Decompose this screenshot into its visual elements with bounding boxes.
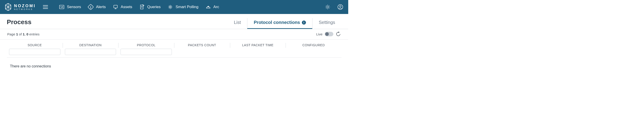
- col-configured: CONFIGURED: [286, 41, 342, 55]
- sub-row: Page 1 of 1, 0 entries Live: [0, 29, 348, 40]
- table-header: SOURCE DESTINATION PROTOCOL PACKETS COUN…: [7, 41, 342, 57]
- col-protocol: PROTOCOL: [118, 41, 174, 55]
- col-packets-label: PACKETS COUNT: [176, 43, 228, 49]
- live-toggle[interactable]: [325, 32, 333, 36]
- nav-arc-label: Arc: [214, 5, 219, 9]
- svg-point-12: [327, 6, 328, 8]
- svg-point-14: [340, 6, 341, 7]
- col-destination-label: DESTINATION: [65, 43, 116, 49]
- nav-assets[interactable]: Assets: [112, 3, 133, 11]
- col-destination: DESTINATION: [63, 41, 118, 55]
- info-icon[interactable]: i: [302, 20, 306, 25]
- svg-rect-0: [60, 5, 64, 9]
- table: SOURCE DESTINATION PROTOCOL PACKETS COUN…: [0, 40, 348, 77]
- user-button[interactable]: [336, 3, 344, 11]
- brand-logo[interactable]: NOZOMI NETWORKS: [4, 3, 36, 11]
- alerts-icon: [88, 4, 94, 10]
- tab-list[interactable]: List: [228, 18, 247, 29]
- sensors-icon: [59, 4, 65, 10]
- arc-icon: [205, 4, 211, 10]
- empty-state-message: There are no connections: [7, 57, 342, 71]
- col-protocol-label: PROTOCOL: [120, 43, 172, 49]
- filter-destination-input[interactable]: [65, 49, 116, 55]
- tab-settings-label: Settings: [319, 20, 335, 25]
- refresh-icon[interactable]: [336, 31, 341, 37]
- nav-smart-polling-label: Smart Polling: [176, 5, 198, 9]
- col-source-label: SOURCE: [9, 43, 60, 49]
- nav-smart-polling[interactable]: Smart Polling: [166, 3, 199, 11]
- nav-alerts[interactable]: Alerts: [87, 3, 106, 11]
- col-lastpkt-label: LAST PACKET TIME: [232, 43, 284, 49]
- svg-point-9: [170, 6, 171, 8]
- settings-button[interactable]: [324, 3, 332, 11]
- nav-alerts-label: Alerts: [96, 5, 106, 9]
- gear-icon: [325, 4, 330, 10]
- col-source: SOURCE: [7, 41, 63, 55]
- brand-subname: NETWORKS: [14, 8, 36, 10]
- tabs: List Protocol connections i Settings: [228, 18, 342, 29]
- page-header: Process List Protocol connections i Sett…: [0, 14, 348, 29]
- col-packets-count: PACKETS COUNT: [174, 41, 230, 55]
- top-nav: NOZOMI NETWORKS Sensors Alerts Assets: [0, 0, 348, 14]
- nav-arc[interactable]: Arc: [204, 3, 220, 11]
- tab-proto-label: Protocol connections: [254, 20, 300, 25]
- nav-queries[interactable]: Queries: [138, 3, 162, 11]
- assets-icon: [112, 4, 118, 10]
- queries-icon: [139, 4, 145, 10]
- col-last-packet-time: LAST PACKET TIME: [230, 41, 286, 55]
- pagination-info: Page 1 of 1, 0 entries: [7, 32, 316, 36]
- nav-assets-label: Assets: [121, 5, 132, 9]
- nozomi-logo-icon: [4, 3, 12, 11]
- nav-sensors[interactable]: Sensors: [58, 3, 82, 11]
- tab-settings[interactable]: Settings: [312, 18, 342, 29]
- live-label: Live: [316, 32, 322, 36]
- tab-list-label: List: [234, 20, 241, 25]
- tab-protocol-connections[interactable]: Protocol connections i: [247, 18, 312, 29]
- page-title: Process: [7, 18, 228, 29]
- filter-source-input[interactable]: [9, 49, 60, 55]
- col-configured-label: CONFIGURED: [288, 43, 339, 49]
- filter-protocol-input[interactable]: [120, 49, 172, 55]
- user-icon: [338, 4, 343, 10]
- svg-rect-4: [114, 5, 117, 8]
- live-controls: Live: [316, 31, 341, 37]
- menu-toggle[interactable]: [42, 4, 49, 10]
- nav-queries-label: Queries: [147, 5, 161, 9]
- svg-point-3: [90, 8, 91, 8]
- svg-point-10: [208, 6, 209, 7]
- brand-name: NOZOMI: [14, 4, 36, 8]
- nav-sensors-label: Sensors: [67, 5, 81, 9]
- smart-polling-icon: [167, 4, 173, 10]
